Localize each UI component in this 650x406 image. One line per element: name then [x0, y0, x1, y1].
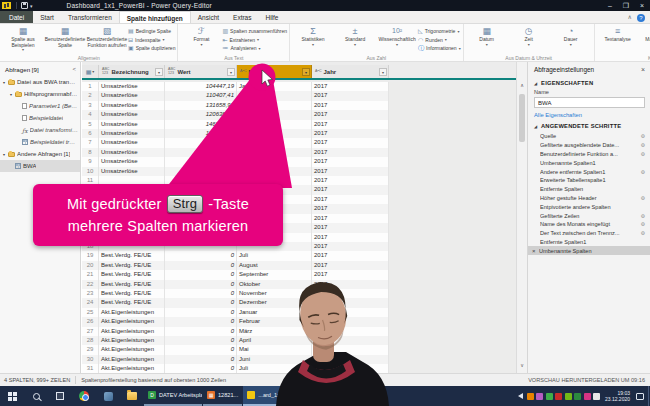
table-row[interactable]: 10Umsatzerlöse125346,84Oktober2017	[82, 167, 516, 176]
applied-step-gefilterte-ausgeblendete-date[interactable]: Gefilterte ausgeblendete Date...⚙	[528, 141, 650, 150]
filter-dropdown-icon[interactable]: ▾	[227, 68, 235, 76]
properties-section-header[interactable]: ◢ EIGENSCHAFTEN	[528, 76, 650, 88]
scroll-down-icon[interactable]: ∨	[517, 362, 527, 368]
table-row[interactable]: 19Best.Verdg. FE/UE0Juli2017	[82, 251, 516, 260]
column-header-bezeichnung[interactable]: ABC123 Bezeichnung ▾	[99, 65, 165, 78]
tray-icon-4[interactable]	[565, 393, 572, 400]
delete-step-icon[interactable]: ×	[532, 248, 539, 254]
tab-ansicht[interactable]: Ansicht	[191, 11, 226, 23]
query-item-andere-abfragen-1[interactable]: ▾Andere Abfragen [1]	[0, 148, 80, 160]
applied-step-gefilterte-zeilen[interactable]: Gefilterte Zeilen⚙	[528, 211, 650, 220]
applied-step-umbenannte-spalten1[interactable]: Umbenannte Spalten1	[528, 158, 650, 167]
column-header-wert[interactable]: ABC123 Wert ▾	[165, 65, 237, 78]
button-textanalyse[interactable]: ≡Textanalyse	[597, 25, 639, 54]
gear-icon[interactable]: ⚙	[641, 169, 645, 175]
button-spalten-zusammenführen[interactable]: ▥Spalten zusammenführen	[222, 27, 287, 36]
applied-step-höher-gestufte-header[interactable]: Höher gestufte Header⚙	[528, 194, 650, 203]
tray-icon-5[interactable]	[574, 393, 581, 400]
query-item-parameter1-beispi[interactable]: Parameter1 (Beispi...	[0, 100, 80, 112]
gear-icon[interactable]: ⚙	[641, 213, 645, 219]
filter-dropdown-icon[interactable]: ▾	[379, 68, 387, 76]
maximize-button[interactable]: ❐	[618, 0, 634, 11]
button-analysieren[interactable]: ≔Analysieren▾	[222, 44, 287, 53]
tray-icon-1[interactable]	[536, 393, 543, 400]
tab-hilfe[interactable]: Hilfe	[258, 11, 285, 23]
query-item-hilfsprogrammabfra[interactable]: ▾Hilfsprogrammabfra...	[0, 88, 80, 100]
table-row[interactable]: 6Umsatzerlöse121433,28Juni2017	[82, 129, 516, 138]
button-runden[interactable]: ◠Runden▾	[418, 36, 461, 45]
taskbar-clock[interactable]: 19:0323.12.2020	[605, 390, 630, 402]
button-standard[interactable]: ±Standard▾	[334, 25, 376, 54]
tray-icon-2[interactable]	[546, 393, 553, 400]
gear-icon[interactable]: ⚙	[641, 142, 645, 148]
tab-transformieren[interactable]: Transformieren	[61, 11, 119, 23]
table-row[interactable]: 5Umsatzerlöse146553,38Mai2017	[82, 120, 516, 129]
applied-step-andere-entfernte-spalten1[interactable]: Andere entfernte Spalten1⚙	[528, 167, 650, 176]
table-row[interactable]: 20Best.Verdg. FE/UE0August2017	[82, 261, 516, 270]
button-spalte-aus-beispielen[interactable]: ▦Spalte aus Beispielen▾	[2, 25, 44, 54]
button-zeit[interactable]: ◷Zeit▾	[508, 25, 550, 54]
button-datum[interactable]: ▦Datum▾	[466, 25, 508, 54]
button-maschinelles-sehen[interactable]: ◉Maschinelles Sehen	[639, 25, 650, 54]
volume-icon[interactable]	[518, 393, 523, 399]
tray-icon-7[interactable]	[593, 393, 600, 400]
gear-icon[interactable]: ⚙	[641, 133, 645, 139]
filter-dropdown-icon[interactable]: ▾	[302, 68, 310, 76]
applied-step-name-des-monats-eingefügt[interactable]: Name des Monats eingefügt⚙	[528, 220, 650, 229]
applied-step-umbenannte-spalten[interactable]: ×Umbenannte Spalten	[528, 246, 650, 255]
taskbar-app-12821[interactable]: ▦12821...	[203, 386, 242, 406]
table-row[interactable]: 4Umsatzerlöse120638,31April2017	[82, 110, 516, 119]
help-icon[interactable]: ?	[637, 14, 645, 22]
tray-icon-0[interactable]	[527, 393, 534, 400]
collapse-ribbon-icon[interactable]: ∧	[624, 11, 636, 23]
query-item-datei-aus-bwa-transf[interactable]: ▾Datei aus BWA transf...	[0, 76, 80, 88]
table-row[interactable]: 3Umsatzerlöse131658,92März2017	[82, 101, 516, 110]
button-trigonometrie[interactable]: ◺Trigonometrie▾	[418, 27, 461, 36]
tray-icon-6[interactable]	[584, 393, 591, 400]
query-name-input[interactable]: BWA	[534, 97, 645, 108]
tray-icon-3[interactable]	[555, 393, 562, 400]
gear-icon[interactable]: ⚙	[641, 221, 645, 227]
table-row[interactable]: 2Umsatzerlöse110407,41Februar2017	[82, 91, 516, 100]
button-format[interactable]: ℱFormat▾	[180, 25, 222, 54]
gear-icon[interactable]: ⚙	[641, 230, 645, 236]
tab-datei[interactable]: Datei	[0, 11, 33, 23]
button-spalte-duplizieren[interactable]: ▣Spalte duplizieren	[128, 44, 175, 53]
button-indexspalte[interactable]: ⊟Indexspalte▾	[128, 36, 175, 45]
button-wissenschaftlich[interactable]: 10²Wissenschaftlich▾	[376, 25, 418, 54]
tab-start[interactable]: Start	[33, 11, 61, 23]
close-button[interactable]: ×	[634, 0, 650, 11]
minimize-button[interactable]: –	[602, 0, 618, 11]
notification-center-icon[interactable]	[636, 393, 644, 400]
filter-dropdown-icon[interactable]: ▾	[155, 68, 163, 76]
applied-step-entfernte-spalten1[interactable]: Entfernte Spalten1	[528, 238, 650, 247]
applied-step-entpivotierte-andere-spalten[interactable]: Entpivotierte andere Spalten	[528, 202, 650, 211]
close-settings-icon[interactable]: ×	[641, 66, 645, 73]
applied-step-entfernte-spalten[interactable]: Entfernte Spalten	[528, 185, 650, 194]
button-informationen[interactable]: ⓘInformationen▾	[418, 44, 461, 53]
taskbar-app-datev-arbeitsplatz[interactable]: DDATEV Arbeitsplatz ...	[144, 386, 202, 406]
search-button[interactable]	[24, 386, 48, 406]
query-item-bwa[interactable]: BWA	[0, 160, 80, 172]
pinned-app-button[interactable]	[96, 386, 120, 406]
tab-extras[interactable]: Extras	[226, 11, 258, 23]
button-extrahieren[interactable]: ⇤Extrahieren▾	[222, 36, 287, 45]
quick-access-caret-icon[interactable]: ▾	[30, 3, 33, 9]
table-row[interactable]: 7Umsatzerlöse132850,15Juli2017	[82, 138, 516, 147]
query-item-beispieldatei-transfo[interactable]: Beispieldatei transfo...	[0, 136, 80, 148]
gear-icon[interactable]: ⚙	[641, 151, 645, 157]
button-statistiken[interactable]: ΣStatistiken▾	[292, 25, 334, 54]
scroll-up-icon[interactable]: ∧	[517, 82, 527, 88]
applied-step-der-text-zwischen-den-trennz[interactable]: Der Text zwischen den Trennz...⚙	[528, 229, 650, 238]
tab-spalte-hinzufügen[interactable]: Spalte hinzufügen	[119, 11, 191, 23]
table-row[interactable]: 1Umsatzerlöse104447,19Januar2017	[82, 82, 516, 91]
applied-steps-section-header[interactable]: ◢ ANGEWENDETE SCHRITTE	[528, 119, 650, 131]
applied-step-quelle[interactable]: Quelle⚙	[528, 132, 650, 141]
query-item-datei-transformieren[interactable]: ƒxDatei transformieren	[0, 124, 80, 136]
applied-step-benutzerdefinierte-funktion-a[interactable]: Benutzerdefinierte Funktion a...⚙	[528, 150, 650, 159]
table-row[interactable]: 9Umsatzerlöse117195,75September2017	[82, 157, 516, 166]
button-dauer[interactable]: ◔Dauer▾	[550, 25, 592, 54]
table-row[interactable]: 8Umsatzerlöse109840,16August2017	[82, 148, 516, 157]
query-item-beispieldatei[interactable]: Beispieldatei	[0, 112, 80, 124]
column-header-jahr[interactable]: AᴮC Jahr ▾	[312, 65, 389, 78]
